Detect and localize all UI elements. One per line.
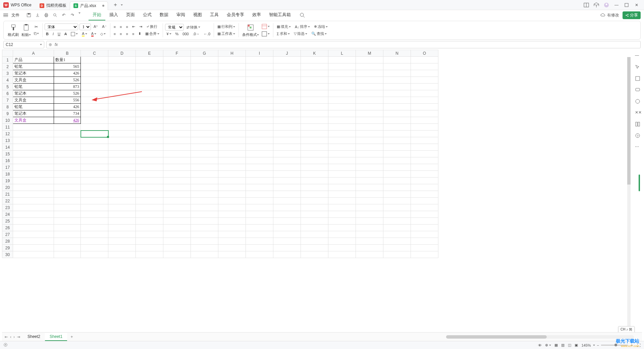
- indent-increase-icon[interactable]: ⇥: [138, 24, 144, 30]
- cond-format-icon[interactable]: [247, 23, 255, 32]
- menu-tab-视图[interactable]: 视图: [189, 10, 206, 20]
- cell-D15[interactable]: [108, 151, 136, 157]
- cell-C7[interactable]: [81, 97, 108, 104]
- find-button[interactable]: 🔍查找: [310, 31, 328, 37]
- menu-tab-数据[interactable]: 数据: [156, 10, 172, 20]
- cell-L11[interactable]: [328, 124, 356, 131]
- cell-I18[interactable]: [246, 171, 273, 178]
- cell-G3[interactable]: [191, 70, 218, 77]
- view-normal-icon[interactable]: ▦: [554, 343, 558, 347]
- cell-O18[interactable]: [411, 171, 438, 178]
- col-header-E[interactable]: E: [136, 50, 163, 57]
- cell-K21[interactable]: [301, 191, 328, 198]
- cell-style-icon[interactable]: [260, 31, 271, 37]
- menu-tab-工具[interactable]: 工具: [206, 10, 223, 20]
- cell-A10[interactable]: 文具盒: [13, 117, 54, 124]
- share-button[interactable]: 分享: [623, 11, 641, 19]
- sheet-nav-next-icon[interactable]: ›: [13, 335, 15, 339]
- cell-I12[interactable]: [246, 131, 273, 137]
- cell-D1[interactable]: [108, 57, 136, 63]
- cell-L22[interactable]: [328, 198, 356, 204]
- cell-C9[interactable]: [81, 110, 108, 117]
- horizontal-scrollbar[interactable]: [446, 335, 634, 339]
- cell-M19[interactable]: [356, 178, 383, 184]
- cell-K15[interactable]: [301, 151, 328, 157]
- cell-J19[interactable]: [273, 178, 301, 184]
- cut-icon[interactable]: ✂: [34, 24, 39, 30]
- cell-F22[interactable]: [163, 198, 191, 204]
- cell-N1[interactable]: [383, 57, 411, 63]
- sum-button[interactable]: Σ求和: [275, 31, 291, 37]
- cell-A6[interactable]: 笔记本: [13, 90, 54, 97]
- cell-E30[interactable]: [136, 251, 163, 258]
- cell-I27[interactable]: [246, 231, 273, 238]
- view-eye-icon[interactable]: 👁: [538, 343, 542, 347]
- cell-J3[interactable]: [273, 70, 301, 77]
- merge-button[interactable]: ▦合并: [144, 31, 161, 37]
- cell-D19[interactable]: [108, 178, 136, 184]
- cell-E26[interactable]: [136, 225, 163, 231]
- cell-C12[interactable]: [81, 131, 108, 137]
- cell-A8[interactable]: 铅笔: [13, 104, 54, 110]
- cell-B30[interactable]: [54, 251, 81, 258]
- cell-D4[interactable]: [108, 77, 136, 84]
- cell-J28[interactable]: [273, 238, 301, 245]
- cell-G30[interactable]: [191, 251, 218, 258]
- font-name-select[interactable]: 宋体: [45, 23, 78, 30]
- cell-J7[interactable]: [273, 97, 301, 104]
- row-header[interactable]: 30: [2, 251, 13, 258]
- cell-O16[interactable]: [411, 157, 438, 164]
- cell-B28[interactable]: [54, 238, 81, 245]
- menu-tab-开始[interactable]: 开始: [89, 10, 105, 20]
- tab-template[interactable]: D 找稻壳模板: [36, 1, 70, 10]
- cell-K11[interactable]: [301, 124, 328, 131]
- cell-A12[interactable]: [13, 131, 54, 137]
- cell-K5[interactable]: [301, 84, 328, 90]
- cell-I30[interactable]: [246, 251, 273, 258]
- cell-G27[interactable]: [191, 231, 218, 238]
- cell-G26[interactable]: [191, 225, 218, 231]
- cell-B12[interactable]: [54, 131, 81, 137]
- cell-O7[interactable]: [411, 97, 438, 104]
- cell-L19[interactable]: [328, 178, 356, 184]
- cell-H11[interactable]: [218, 124, 246, 131]
- cell-I9[interactable]: [246, 110, 273, 117]
- cell-A30[interactable]: [13, 251, 54, 258]
- cell-E27[interactable]: [136, 231, 163, 238]
- cell-F15[interactable]: [163, 151, 191, 157]
- view-reader-icon[interactable]: ▣: [575, 343, 578, 347]
- cell-E13[interactable]: [136, 137, 163, 144]
- cell-G7[interactable]: [191, 97, 218, 104]
- cell-J30[interactable]: [273, 251, 301, 258]
- row-header[interactable]: 6: [2, 90, 13, 97]
- cell-H24[interactable]: [218, 211, 246, 218]
- row-header[interactable]: 17: [2, 164, 13, 171]
- cell-K3[interactable]: [301, 70, 328, 77]
- cell-I19[interactable]: [246, 178, 273, 184]
- cell-D12[interactable]: [108, 131, 136, 137]
- cell-K17[interactable]: [301, 164, 328, 171]
- increase-font-icon[interactable]: A⁺: [92, 24, 99, 30]
- cell-B4[interactable]: 526: [54, 77, 81, 84]
- zoom-out-button[interactable]: −: [597, 343, 599, 347]
- cell-G24[interactable]: [191, 211, 218, 218]
- cell-M3[interactable]: [356, 70, 383, 77]
- cell-A19[interactable]: [13, 178, 54, 184]
- cell-C21[interactable]: [81, 191, 108, 198]
- cell-O15[interactable]: [411, 151, 438, 157]
- cell-K8[interactable]: [301, 104, 328, 110]
- col-header-L[interactable]: L: [328, 50, 356, 57]
- align-left-icon[interactable]: ≡: [112, 31, 117, 37]
- cell-F29[interactable]: [163, 245, 191, 251]
- cell-M2[interactable]: [356, 63, 383, 70]
- cell-I26[interactable]: [246, 225, 273, 231]
- cell-D5[interactable]: [108, 84, 136, 90]
- cell-M10[interactable]: [356, 117, 383, 124]
- tools-panel-icon[interactable]: ✕✕: [635, 110, 641, 116]
- cell-A23[interactable]: [13, 204, 54, 211]
- align-top-icon[interactable]: ≡: [112, 24, 117, 30]
- row-header[interactable]: 11: [2, 124, 13, 131]
- cell-M16[interactable]: [356, 157, 383, 164]
- cell-J16[interactable]: [273, 157, 301, 164]
- cell-D6[interactable]: [108, 90, 136, 97]
